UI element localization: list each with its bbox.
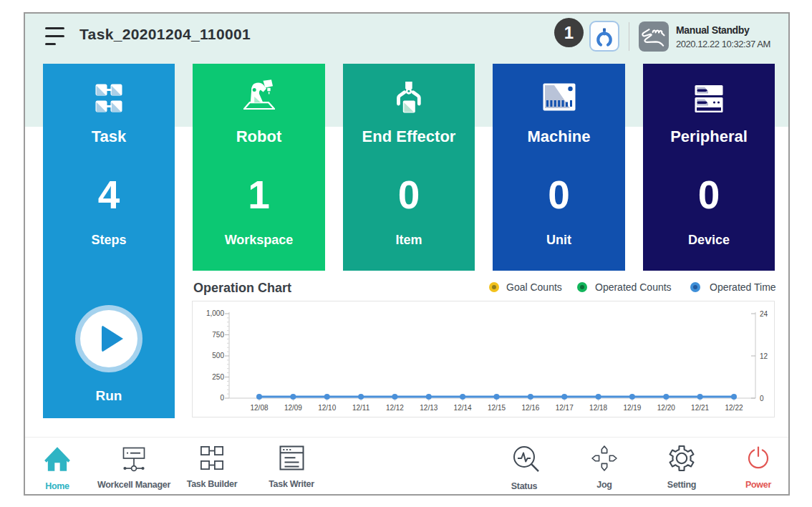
svg-text:12/18: 12/18 [589,404,607,412]
svg-text:1,000: 1,000 [206,309,224,317]
svg-text:12/13: 12/13 [420,404,438,412]
svg-text:12/16: 12/16 [521,404,539,412]
svg-text:12/15: 12/15 [488,404,506,412]
svg-text:12/21: 12/21 [691,404,709,412]
svg-text:12/10: 12/10 [318,404,336,412]
svg-text:12/09: 12/09 [284,404,302,412]
svg-text:12/17: 12/17 [556,404,574,412]
svg-text:12/14: 12/14 [454,404,472,412]
svg-text:12/11: 12/11 [352,404,370,412]
svg-text:250: 250 [212,373,224,381]
svg-text:12/22: 12/22 [725,404,743,412]
svg-text:500: 500 [212,352,224,359]
svg-text:12/12: 12/12 [386,404,404,412]
svg-text:12/08: 12/08 [250,404,268,412]
svg-text:0: 0 [220,394,224,402]
svg-text:750: 750 [212,331,224,339]
svg-text:12/20: 12/20 [657,404,675,412]
svg-text:0: 0 [760,395,764,402]
svg-text:12/19: 12/19 [623,404,641,412]
svg-text:24: 24 [760,310,768,318]
svg-text:12: 12 [760,352,768,360]
